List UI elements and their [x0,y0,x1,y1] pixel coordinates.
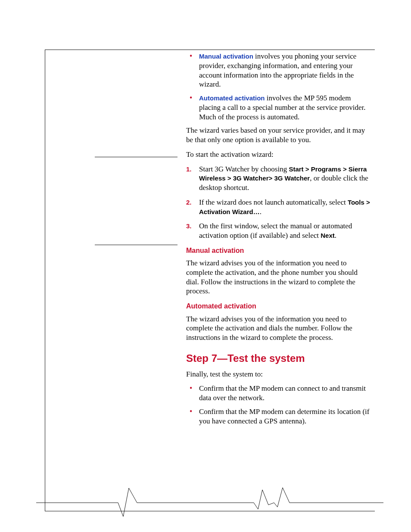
frame-top-rule [45,50,375,50]
list-item: Manual activation involves you phoning y… [186,52,371,89]
ui-path: Next [321,232,335,239]
list-item-text: Confirm that the MP modem can determine … [199,408,369,425]
margin-rule [95,157,177,157]
manual-activation-heading: Manual activation [186,246,371,255]
step-pre: Start 3G Watcher by choosing [199,165,289,173]
frame-bottom-rule [45,511,375,511]
automated-activation-body: The wizard advises you of the informatio… [186,314,371,342]
list-item: Start 3G Watcher by choosing Start > Pro… [186,165,371,193]
start-wizard-intro: To start the activation wizard: [186,150,371,159]
step7-intro: Finally, test the system to: [186,370,371,379]
activation-types-list: Manual activation involves you phoning y… [186,52,371,121]
automated-activation-heading: Automated activation [186,302,371,311]
manual-activation-body: The wizard advises you of the informatio… [186,258,371,296]
ekg-decoration-icon [36,485,383,520]
step-post: . [260,208,262,216]
main-content: Manual activation involves you phoning y… [186,52,371,430]
manual-activation-link[interactable]: Manual activation [199,53,253,60]
automated-activation-link[interactable]: Automated activation [199,94,265,102]
list-item: On the first window, select the manual o… [186,221,371,240]
step7-bullets: Confirm that the MP modem can connect to… [186,384,371,426]
margin-rule [95,245,177,245]
document-page: Manual activation involves you phoning y… [0,0,411,532]
list-item: Confirm that the MP modem can determine … [186,407,371,426]
list-item: Confirm that the MP modem can connect to… [186,384,371,403]
step-pre: If the wizard does not launch automatica… [199,198,348,206]
wizard-note: The wizard varies based on your service … [186,126,371,145]
step7-heading: Step 7—Test the system [186,352,371,365]
activation-steps: Start 3G Watcher by choosing Start > Pro… [186,165,371,240]
list-item-text: Confirm that the MP modem can connect to… [199,384,366,402]
frame-left-rule [45,50,45,511]
step-post: . [335,231,336,240]
list-item: If the wizard does not launch automatica… [186,198,371,217]
list-item: Automated activation involves the MP 595… [186,93,371,121]
